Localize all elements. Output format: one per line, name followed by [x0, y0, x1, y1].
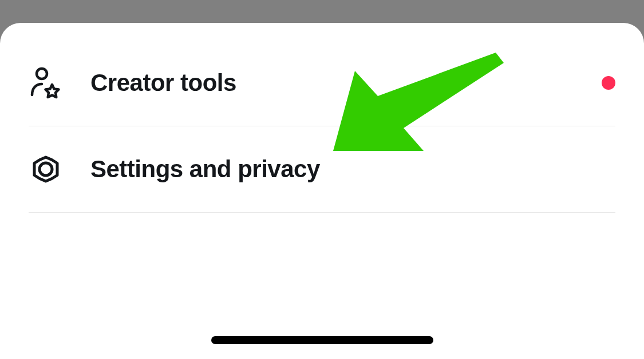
- home-indicator[interactable]: [211, 336, 433, 344]
- gear-icon: [29, 152, 63, 186]
- divider: [29, 212, 615, 213]
- menu-item-creator-tools[interactable]: Creator tools: [0, 40, 644, 126]
- notification-dot: [602, 76, 615, 90]
- menu-item-settings-privacy[interactable]: Settings and privacy: [0, 126, 644, 212]
- menu-item-label: Settings and privacy: [90, 155, 320, 183]
- svg-point-0: [37, 69, 47, 79]
- menu-item-label: Creator tools: [90, 69, 236, 97]
- svg-point-1: [39, 163, 52, 175]
- creator-star-icon: [29, 66, 63, 100]
- bottom-sheet: Creator tools Settings and privacy: [0, 23, 644, 359]
